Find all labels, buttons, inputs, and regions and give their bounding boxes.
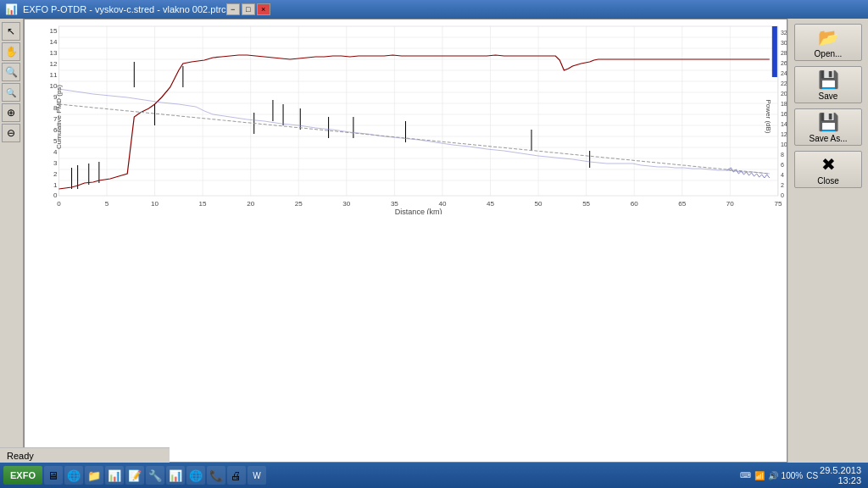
svg-text:0: 0 — [781, 192, 784, 198]
svg-text:75: 75 — [774, 200, 782, 208]
svg-text:16: 16 — [781, 111, 787, 117]
svg-text:11: 11 — [49, 71, 58, 79]
svg-text:25: 25 — [295, 200, 303, 208]
svg-text:5: 5 — [105, 200, 109, 208]
maximize-button[interactable]: □ — [242, 3, 255, 15]
status-text: Ready — [7, 451, 34, 461]
svg-text:28: 28 — [781, 50, 787, 56]
svg-text:15: 15 — [199, 200, 208, 208]
taskbar-word[interactable]: W — [248, 466, 266, 485]
svg-text:65: 65 — [678, 200, 687, 208]
taskbar-app5[interactable]: 🌐 — [186, 466, 205, 485]
svg-text:4: 4 — [53, 148, 58, 156]
svg-text:14: 14 — [49, 38, 58, 46]
y-axis-right-label: Power (dB) — [764, 99, 771, 133]
save-as-button[interactable]: 💾 Save As... — [794, 108, 862, 146]
svg-text:20: 20 — [247, 200, 255, 208]
svg-text:6: 6 — [781, 162, 784, 168]
taskbar-folder[interactable]: 📁 — [85, 466, 103, 485]
taskbar: EXFO 🖥 🌐 📁 📊 📝 🔧 📊 🌐 📞 🖨 W ⌨ 📶 🔊 100% CS… — [0, 463, 868, 488]
svg-text:14: 14 — [781, 121, 787, 127]
taskbar-app2[interactable]: 📝 — [125, 466, 144, 485]
toolbar: ↖ ✋ 🔍 🔍 ⊕ ⊖ — [0, 19, 24, 463]
taskbar-app4[interactable]: 📊 — [166, 466, 185, 485]
svg-text:13: 13 — [49, 49, 58, 57]
right-panel: 📂 Open... 💾 Save 💾 Save As... ✖ Close — [787, 19, 868, 463]
svg-text:40: 40 — [438, 200, 447, 208]
svg-text:15: 15 — [49, 27, 58, 35]
taskbar-date: 29.5.2013 — [820, 465, 861, 475]
close-button[interactable]: × — [257, 3, 270, 15]
open-icon: 📂 — [818, 27, 839, 47]
svg-rect-80 — [772, 26, 777, 77]
cs-label: CS — [806, 471, 818, 480]
svg-text:55: 55 — [582, 200, 591, 208]
svg-text:10: 10 — [781, 141, 787, 147]
volume-icon: 🔊 — [768, 471, 778, 480]
pointer-tool[interactable]: ↖ — [2, 22, 20, 41]
svg-text:0: 0 — [57, 200, 61, 208]
zoom-out-tool[interactable]: ⊖ — [2, 124, 20, 142]
y-axis-left-label: Cumulative PMD (ps) — [55, 85, 63, 149]
svg-text:26: 26 — [781, 60, 787, 66]
svg-text:Distance (km): Distance (km) — [395, 208, 442, 214]
svg-text:2: 2 — [781, 182, 784, 188]
system-tray: ⌨ 📶 🔊 100% CS — [740, 471, 818, 480]
close-icon: ✖ — [821, 154, 836, 175]
save-button[interactable]: 💾 Save — [794, 66, 862, 103]
svg-text:24: 24 — [781, 70, 787, 76]
svg-text:18: 18 — [781, 101, 787, 107]
taskbar-clock: 29.5.2013 13:23 — [820, 465, 865, 485]
svg-text:4: 4 — [781, 172, 784, 178]
start-button[interactable]: EXFO — [3, 466, 42, 485]
svg-text:1: 1 — [53, 181, 58, 189]
chart-area: Cumulative PMD (ps) — [24, 19, 787, 463]
svg-text:50: 50 — [535, 200, 543, 208]
titlebar-title: EXFO P-OTDR - vyskov-c.stred - vlakno 00… — [23, 4, 226, 14]
taskbar-show-desktop[interactable]: 🖥 — [44, 466, 63, 485]
svg-text:35: 35 — [391, 200, 399, 208]
svg-text:8: 8 — [781, 152, 784, 158]
close-button[interactable]: ✖ Close — [794, 151, 862, 188]
svg-text:32: 32 — [781, 30, 787, 36]
save-as-icon: 💾 — [818, 112, 839, 132]
save-icon: 💾 — [818, 69, 839, 90]
zoom-level: 100% — [782, 471, 804, 480]
main-container: ↖ ✋ 🔍 🔍 ⊕ ⊖ Cumulative PMD (ps) — [0, 19, 868, 463]
svg-text:30: 30 — [781, 40, 787, 46]
svg-text:60: 60 — [631, 200, 639, 208]
svg-text:12: 12 — [49, 60, 58, 68]
svg-text:20: 20 — [781, 91, 787, 97]
chart-svg: 0 1 2 3 4 5 6 7 8 9 10 11 12 13 14 15 — [25, 19, 787, 214]
keyboard-indicator: ⌨ — [740, 471, 751, 480]
svg-text:30: 30 — [342, 200, 351, 208]
svg-text:2: 2 — [53, 170, 58, 178]
minimize-button[interactable]: − — [226, 3, 240, 15]
svg-text:12: 12 — [781, 131, 787, 137]
taskbar-app3[interactable]: 🔧 — [146, 466, 164, 485]
taskbar-app6[interactable]: 📞 — [207, 466, 225, 485]
svg-text:70: 70 — [726, 200, 735, 208]
titlebar: 📊 EXFO P-OTDR - vyskov-c.stred - vlakno … — [0, 0, 868, 19]
svg-text:22: 22 — [781, 80, 787, 86]
taskbar-ie[interactable]: 🌐 — [64, 466, 83, 485]
pan-tool[interactable]: ✋ — [2, 42, 20, 61]
taskbar-app1[interactable]: 📊 — [105, 466, 124, 485]
zoom-area-tool[interactable]: 🔍 — [2, 83, 20, 102]
zoom-in-tool[interactable]: ⊕ — [2, 103, 20, 122]
titlebar-controls: − □ × — [226, 3, 270, 15]
svg-text:0: 0 — [53, 191, 58, 199]
svg-text:10: 10 — [151, 200, 159, 208]
open-button[interactable]: 📂 Open... — [794, 24, 862, 61]
titlebar-icon: 📊 — [5, 3, 18, 15]
svg-text:45: 45 — [487, 200, 495, 208]
svg-rect-0 — [58, 26, 777, 196]
zoom-tool[interactable]: 🔍 — [2, 63, 20, 81]
status-bar: Ready — [0, 447, 170, 463]
svg-text:3: 3 — [53, 159, 58, 167]
taskbar-time: 13:23 — [820, 475, 861, 485]
signal-bars: 📶 — [754, 471, 765, 480]
taskbar-app7[interactable]: 🖨 — [227, 466, 246, 485]
